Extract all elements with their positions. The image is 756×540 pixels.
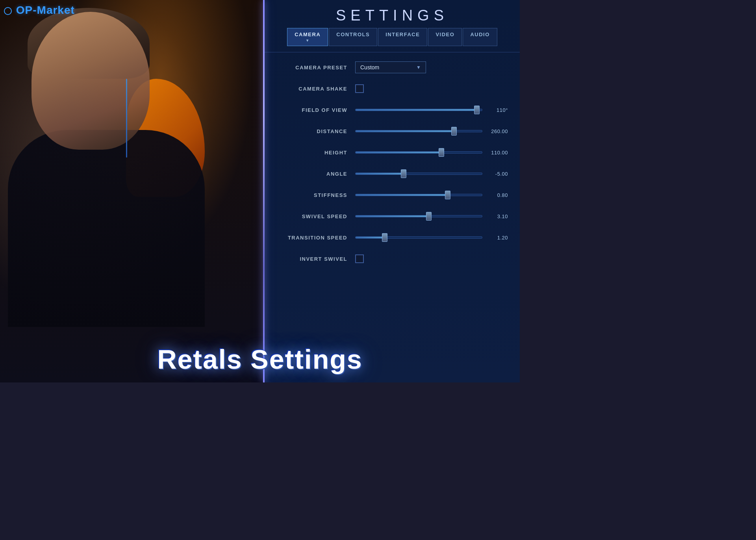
stiffness-label: STIFFNESS (276, 192, 355, 198)
invert-swivel-checkbox[interactable] (355, 254, 364, 263)
height-fill (356, 152, 444, 153)
fov-label: FIELD OF VIEW (276, 107, 355, 113)
camera-preset-label: CAMERA PRESET (276, 65, 355, 71)
logo: OP-Market (4, 4, 75, 17)
tab-camera[interactable]: CAMERA (287, 28, 328, 46)
settings-title: SETTINGS (265, 0, 520, 28)
camera-shake-row: CAMERA SHAKE (276, 82, 508, 96)
angle-label: ANGLE (276, 171, 355, 177)
tab-interface[interactable]: INTERFACE (378, 28, 427, 46)
angle-slider[interactable] (355, 170, 482, 177)
distance-row: DISTANCE 260.00 (276, 124, 508, 138)
photo-area: OP-Market (0, 0, 268, 382)
transition-speed-label: TRANSITION SPEED (276, 235, 355, 241)
fov-track (355, 109, 482, 111)
fov-slider[interactable] (355, 106, 482, 113)
transition-speed-track (355, 236, 482, 239)
settings-content: CAMERA PRESET Custom ▼ CAMERA SHAKE FIEL… (265, 52, 520, 281)
swivel-speed-fill (356, 215, 432, 217)
headset-wire (126, 79, 127, 158)
angle-control: -5.00 (355, 170, 508, 177)
swivel-speed-row: SWIVEL SPEED 3.10 (276, 209, 508, 223)
stiffness-control: 0.80 (355, 191, 508, 199)
settings-panel: SETTINGS CAMERA CONTROLS INTERFACE VIDEO… (265, 0, 520, 382)
player-body (8, 130, 205, 327)
invert-swivel-control (355, 254, 508, 263)
swivel-speed-value: 3.10 (486, 213, 508, 219)
camera-preset-dropdown[interactable]: Custom ▼ (355, 61, 426, 73)
tab-audio[interactable]: AUDIO (463, 28, 497, 46)
angle-value: -5.00 (486, 171, 508, 177)
transition-speed-thumb[interactable] (382, 233, 387, 242)
angle-row: ANGLE -5.00 (276, 167, 508, 181)
fov-row: FIELD OF VIEW 110° (276, 103, 508, 117)
invert-swivel-label: INVERT SWIVEL (276, 256, 355, 262)
transition-speed-row: TRANSITION SPEED 1.20 (276, 230, 508, 245)
distance-thumb[interactable] (451, 127, 457, 135)
stiffness-track (355, 194, 482, 196)
camera-preset-control: Custom ▼ (355, 61, 508, 73)
logo-text: OP-Market (4, 4, 75, 16)
camera-preset-value: Custom (360, 64, 379, 71)
stiffness-thumb[interactable] (445, 191, 450, 199)
camera-shake-control (355, 84, 508, 93)
height-thumb[interactable] (439, 148, 444, 157)
stiffness-value: 0.80 (486, 192, 508, 198)
tab-controls[interactable]: CONTROLS (329, 28, 377, 46)
distance-track (355, 130, 482, 132)
height-row: HEIGHT 110.00 (276, 145, 508, 160)
stiffness-slider[interactable] (355, 191, 482, 199)
fov-fill (356, 109, 480, 111)
distance-value: 260.00 (486, 128, 508, 134)
invert-swivel-row: INVERT SWIVEL (276, 252, 508, 266)
transition-speed-slider[interactable] (355, 234, 482, 241)
fov-control: 110° (355, 106, 508, 113)
distance-fill (356, 130, 457, 132)
fov-value: 110° (486, 107, 508, 113)
transition-speed-value: 1.20 (486, 235, 508, 241)
stiffness-row: STIFFNESS 0.80 (276, 188, 508, 202)
tab-bar: CAMERA CONTROLS INTERFACE VIDEO AUDIO (265, 28, 520, 52)
logo-icon (4, 7, 12, 15)
swivel-speed-label: SWIVEL SPEED (276, 213, 355, 219)
height-slider[interactable] (355, 149, 482, 156)
camera-preset-row: CAMERA PRESET Custom ▼ (276, 60, 508, 74)
height-value: 110.00 (486, 150, 508, 156)
tab-video[interactable]: VIDEO (428, 28, 462, 46)
panel-divider (263, 0, 265, 382)
dropdown-arrow-icon: ▼ (416, 65, 421, 70)
swivel-speed-slider[interactable] (355, 213, 482, 220)
player-head (32, 12, 150, 150)
transition-speed-control: 1.20 (355, 234, 508, 241)
camera-shake-label: CAMERA SHAKE (276, 86, 355, 92)
bottom-title: Retals Settings (0, 344, 520, 375)
camera-shake-checkbox[interactable] (355, 84, 364, 93)
stiffness-fill (356, 194, 450, 196)
height-label: HEIGHT (276, 150, 355, 156)
height-control: 110.00 (355, 149, 508, 156)
distance-label: DISTANCE (276, 128, 355, 134)
distance-control: 260.00 (355, 128, 508, 135)
swivel-speed-thumb[interactable] (426, 212, 432, 221)
distance-slider[interactable] (355, 128, 482, 135)
swivel-speed-control: 3.10 (355, 213, 508, 220)
angle-track (355, 173, 482, 175)
swivel-speed-track (355, 215, 482, 217)
angle-fill (356, 173, 406, 174)
height-track (355, 151, 482, 154)
fov-thumb[interactable] (474, 106, 480, 114)
angle-thumb[interactable] (401, 169, 406, 178)
